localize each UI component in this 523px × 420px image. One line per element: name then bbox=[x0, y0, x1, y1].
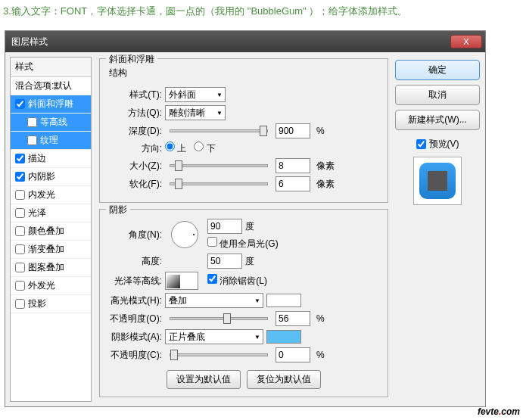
depth-unit: % bbox=[316, 126, 325, 136]
style-label: 样式(T): bbox=[107, 89, 162, 101]
close-button[interactable]: X bbox=[450, 35, 482, 48]
ok-button[interactable]: 确定 bbox=[395, 60, 480, 80]
sidebar-label-6: 内发光 bbox=[28, 188, 55, 201]
highlight-mode-combo[interactable]: 叠加 bbox=[165, 293, 263, 308]
sidebar-label-5: 内阴影 bbox=[28, 170, 55, 183]
titlebar[interactable]: 图层样式 X bbox=[5, 31, 485, 52]
sidebar-label-0: 混合选项:默认 bbox=[15, 79, 72, 92]
watermark: fevte.com bbox=[478, 401, 520, 418]
sidebar-label-4: 描边 bbox=[28, 152, 46, 165]
shading-panel: 阴影 角度(N): 度 使用全局光(G) 高度: bbox=[99, 209, 388, 397]
sidebar-label-11: 外发光 bbox=[28, 279, 55, 292]
sidebar-check-6[interactable] bbox=[15, 190, 25, 200]
direction-up[interactable]: 上 bbox=[165, 142, 186, 155]
soften-slider[interactable] bbox=[170, 182, 268, 185]
shadow-mode-combo[interactable]: 正片叠底 bbox=[165, 329, 263, 344]
depth-label: 深度(D): bbox=[107, 125, 162, 138]
size-slider[interactable] bbox=[170, 164, 268, 167]
sidebar-item-1[interactable]: 斜面和浮雕 bbox=[11, 95, 91, 114]
sidebar-check-7[interactable] bbox=[15, 208, 25, 218]
direction-label: 方向: bbox=[107, 142, 162, 155]
sidebar-item-2[interactable]: 等高线 bbox=[11, 114, 91, 132]
make-default-button[interactable]: 设置为默认值 bbox=[167, 370, 241, 389]
highlight-opacity-unit: % bbox=[316, 313, 325, 324]
shading-title: 阴影 bbox=[106, 204, 130, 216]
sidebar-label-12: 投影 bbox=[28, 297, 46, 310]
sidebar-check-10[interactable] bbox=[15, 263, 25, 272]
sidebar-label-10: 图案叠加 bbox=[28, 261, 64, 274]
sidebar-check-2[interactable] bbox=[27, 117, 37, 127]
styles-sidebar: 样式 混合选项:默认斜面和浮雕等高线纹理描边内阴影内发光光泽颜色叠加渐变叠加图案… bbox=[10, 57, 92, 402]
style-combo[interactable]: 外斜面 bbox=[165, 87, 226, 102]
sidebar-item-4[interactable]: 描边 bbox=[11, 150, 91, 168]
highlight-opacity-input[interactable] bbox=[276, 311, 310, 326]
angle-picker[interactable] bbox=[171, 221, 198, 248]
sidebar-label-7: 光泽 bbox=[28, 207, 46, 219]
sidebar-item-0[interactable]: 混合选项:默认 bbox=[11, 77, 91, 95]
reset-default-button[interactable]: 复位为默认值 bbox=[247, 370, 321, 389]
gloss-label: 光泽等高线: bbox=[107, 275, 162, 288]
new-style-button[interactable]: 新建样式(W)... bbox=[395, 110, 480, 130]
soften-input[interactable] bbox=[276, 176, 310, 191]
sidebar-check-3[interactable] bbox=[27, 135, 37, 145]
technique-label: 方法(Q): bbox=[107, 107, 162, 120]
sidebar-label-3: 纹理 bbox=[40, 134, 58, 147]
gloss-contour[interactable] bbox=[165, 272, 198, 290]
technique-combo[interactable]: 雕刻清晰 bbox=[165, 105, 226, 120]
sidebar-check-5[interactable] bbox=[15, 172, 25, 182]
sidebar-item-3[interactable]: 纹理 bbox=[11, 132, 91, 150]
shadow-color[interactable] bbox=[266, 330, 301, 344]
depth-slider[interactable] bbox=[170, 129, 268, 132]
sidebar-label-2: 等高线 bbox=[40, 116, 67, 129]
sidebar-label-8: 颜色叠加 bbox=[28, 225, 64, 238]
sidebar-label-1: 斜面和浮雕 bbox=[28, 98, 73, 110]
highlight-mode-label: 高光模式(H): bbox=[107, 294, 162, 307]
sidebar-item-12[interactable]: 投影 bbox=[11, 295, 91, 313]
sidebar-check-12[interactable] bbox=[15, 299, 25, 309]
global-light-check[interactable]: 使用全局光(G) bbox=[207, 237, 279, 250]
preview-check[interactable]: 预览(V) bbox=[416, 138, 459, 151]
sidebar-item-11[interactable]: 外发光 bbox=[11, 277, 91, 295]
shadow-opacity-slider[interactable] bbox=[170, 353, 268, 356]
sidebar-check-1[interactable] bbox=[15, 99, 25, 109]
shadow-mode-label: 阴影模式(A): bbox=[107, 331, 162, 344]
cancel-button[interactable]: 取消 bbox=[395, 85, 480, 105]
shadow-opacity-unit: % bbox=[316, 350, 325, 360]
preview-swatch bbox=[419, 163, 456, 199]
angle-unit: 度 bbox=[245, 220, 254, 233]
depth-input[interactable] bbox=[276, 123, 310, 138]
preview-box bbox=[413, 157, 462, 205]
sidebar-item-9[interactable]: 渐变叠加 bbox=[11, 241, 91, 259]
sidebar-item-5[interactable]: 内阴影 bbox=[11, 168, 91, 186]
size-unit: 像素 bbox=[316, 160, 335, 173]
sidebar-check-11[interactable] bbox=[15, 281, 25, 291]
sidebar-check-9[interactable] bbox=[15, 244, 25, 254]
shadow-opacity-label: 不透明度(C): bbox=[107, 349, 162, 362]
direction-down[interactable]: 下 bbox=[194, 142, 215, 155]
size-input[interactable] bbox=[276, 158, 310, 173]
soften-unit: 像素 bbox=[316, 178, 335, 191]
altitude-input[interactable] bbox=[207, 254, 242, 269]
size-label: 大小(Z): bbox=[107, 160, 162, 173]
angle-input[interactable] bbox=[207, 219, 242, 234]
sidebar-item-6[interactable]: 内发光 bbox=[11, 186, 91, 204]
dialog-title: 图层样式 bbox=[8, 36, 450, 48]
sidebar-item-10[interactable]: 图案叠加 bbox=[11, 259, 91, 277]
sidebar-header: 样式 bbox=[11, 58, 91, 77]
altitude-label: 高度: bbox=[107, 255, 162, 268]
sidebar-check-8[interactable] bbox=[15, 226, 25, 236]
angle-label: 角度(N): bbox=[107, 229, 162, 241]
panel-title: 斜面和浮雕 bbox=[106, 53, 157, 66]
shadow-opacity-input[interactable] bbox=[276, 347, 310, 362]
highlight-opacity-slider[interactable] bbox=[170, 317, 268, 320]
antialias-check[interactable]: 消除锯齿(L) bbox=[207, 274, 267, 288]
sidebar-item-8[interactable]: 颜色叠加 bbox=[11, 222, 91, 241]
altitude-unit: 度 bbox=[245, 255, 254, 268]
bevel-panel: 斜面和浮雕 结构 样式(T): 外斜面 方法(Q): 雕刻清晰 深度(D): bbox=[99, 58, 388, 203]
sidebar-check-4[interactable] bbox=[15, 154, 25, 163]
highlight-color[interactable] bbox=[266, 294, 301, 307]
instruction-text: 3.输入文字：FONT，字体选择卡通，圆一点的（我用的 "BubbleGum" … bbox=[0, 0, 523, 23]
highlight-opacity-label: 不透明度(O): bbox=[107, 313, 162, 325]
sidebar-label-9: 渐变叠加 bbox=[28, 243, 64, 256]
sidebar-item-7[interactable]: 光泽 bbox=[11, 204, 91, 222]
